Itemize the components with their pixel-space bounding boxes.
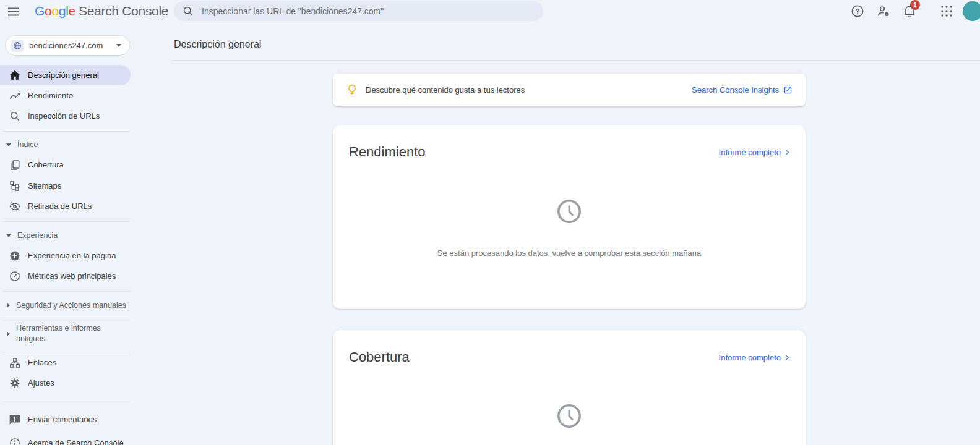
search-icon	[9, 110, 21, 122]
sidebar-item-sitemaps[interactable]: Sitemaps	[0, 176, 131, 196]
info-icon	[9, 437, 21, 445]
full-report-link[interactable]: Informe completo	[719, 148, 791, 157]
sidebar-item-overview[interactable]: Descripción general	[0, 65, 131, 85]
url-inspection-input[interactable]	[200, 6, 533, 17]
sidebar-item-url-removal[interactable]: Retirada de URLs	[0, 196, 131, 216]
card-title: Cobertura	[349, 349, 410, 365]
clock-icon	[556, 403, 582, 429]
sidebar-item-core-web-vitals[interactable]: Métricas web principales	[0, 266, 131, 286]
chevron-right-icon	[784, 149, 791, 156]
sidebar-item-page-experience[interactable]: Experiencia en la página	[0, 245, 131, 266]
sidebar-item-links[interactable]: Enlaces	[0, 352, 131, 373]
notifications-button[interactable]: 1	[902, 4, 917, 19]
sidebar-item-send-feedback[interactable]: Enviar comentarios	[0, 409, 131, 430]
sidebar-item-about[interactable]: Acerca de Search Console	[0, 433, 131, 445]
section-header-legacy-tools[interactable]: Herramientas e informes antiguos	[0, 323, 131, 344]
divider	[2, 402, 130, 402]
performance-card: Rendimiento Informe completo Se están pr…	[333, 125, 806, 309]
property-name: bendiciones247.com	[29, 41, 103, 50]
divider	[171, 60, 980, 61]
expand-triangle-icon	[7, 303, 10, 308]
search-icon	[182, 5, 194, 17]
speedometer-icon	[9, 270, 21, 282]
clock-icon	[556, 198, 582, 224]
help-icon: ?	[850, 4, 865, 19]
svg-text:?: ?	[856, 7, 860, 15]
chevron-right-icon	[784, 354, 791, 361]
user-settings-icon	[876, 4, 891, 19]
lightbulb-icon	[346, 83, 358, 97]
sitemap-icon	[9, 180, 21, 192]
chevron-down-icon	[116, 44, 121, 47]
feedback-icon	[9, 413, 21, 426]
collapse-triangle-icon	[6, 143, 11, 146]
home-icon	[9, 69, 21, 82]
external-link-icon	[783, 85, 793, 95]
page-experience-icon	[9, 250, 21, 262]
gear-icon	[9, 377, 21, 389]
divider	[2, 291, 130, 292]
links-icon	[9, 357, 21, 369]
sidebar-item-settings[interactable]: Ajustes	[0, 373, 131, 393]
section-header-security[interactable]: Seguridad y Acciones manuales	[0, 298, 131, 313]
help-button[interactable]: ?	[850, 4, 865, 19]
section-header-index[interactable]: Índice	[0, 137, 131, 152]
notification-badge: 1	[910, 0, 920, 10]
card-title: Rendimiento	[349, 144, 426, 160]
full-report-link[interactable]: Informe completo	[719, 353, 791, 362]
avatar[interactable]	[963, 1, 980, 21]
expand-triangle-icon	[7, 331, 10, 336]
insights-text: Descubre qué contenido gusta a tus lecto…	[366, 85, 525, 95]
sidebar: bendiciones247.com Descripción general R…	[0, 0, 158, 445]
trending-up-icon	[9, 90, 21, 102]
section-header-experience[interactable]: Experiencia	[0, 228, 131, 243]
apps-grid-icon	[939, 4, 954, 19]
globe-icon	[11, 40, 24, 52]
insights-banner: Descubre qué contenido gusta a tus lecto…	[333, 74, 806, 106]
collapse-triangle-icon	[6, 234, 11, 237]
property-selector[interactable]: bendiciones247.com	[5, 35, 130, 56]
pages-icon	[9, 159, 21, 171]
coverage-card: Cobertura Informe completo	[333, 330, 806, 445]
divider	[2, 221, 130, 222]
sidebar-item-performance[interactable]: Rendimiento	[0, 85, 131, 106]
insights-link[interactable]: Search Console Insights	[692, 85, 793, 95]
divider	[2, 320, 130, 320]
google-apps-button[interactable]	[939, 4, 954, 19]
processing-message: Se están procesando los datos; vuelve a …	[333, 248, 806, 258]
url-inspection-searchbar[interactable]	[174, 1, 543, 21]
sidebar-item-coverage[interactable]: Cobertura	[0, 155, 131, 175]
divider	[2, 131, 130, 132]
eye-off-icon	[9, 200, 21, 213]
sidebar-item-url-inspection[interactable]: Inspección de URLs	[0, 106, 131, 126]
user-settings-button[interactable]	[876, 4, 891, 19]
page-title: Descripción general	[174, 39, 261, 50]
